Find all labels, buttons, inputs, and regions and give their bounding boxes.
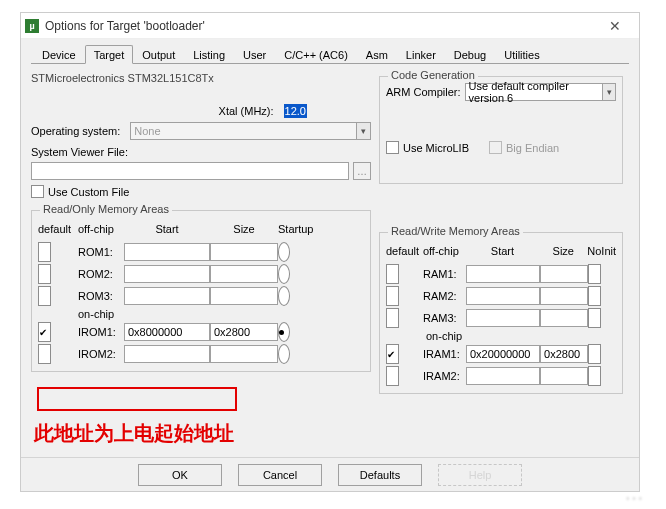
ram1-noinit-checkbox[interactable] <box>588 264 601 284</box>
ro-col-start: Start <box>124 219 210 239</box>
rw-onchip-label: on-chip <box>426 326 472 346</box>
tab-debug[interactable]: Debug <box>445 45 495 63</box>
codegen-legend: Code Generation <box>388 69 478 81</box>
ok-button[interactable]: OK <box>138 464 222 486</box>
defaults-button[interactable]: Defaults <box>338 464 422 486</box>
ram2-size[interactable] <box>540 287 588 305</box>
rom1-def-checkbox[interactable] <box>38 242 51 262</box>
tab-output[interactable]: Output <box>133 45 184 63</box>
iram1-size[interactable] <box>540 345 588 363</box>
ram2-def-checkbox[interactable] <box>386 286 399 306</box>
irom1-start[interactable] <box>124 323 210 341</box>
ro-row-irom2: IROM2: <box>38 343 364 365</box>
rom1-startup-radio[interactable] <box>278 242 290 262</box>
rom2-start[interactable] <box>124 265 210 283</box>
tab-target[interactable]: Target <box>85 45 134 64</box>
right-column: Code Generation ARM Compiler: Use defaul… <box>379 70 623 394</box>
ram3-noinit-checkbox[interactable] <box>588 308 601 328</box>
ram1-size[interactable] <box>540 265 588 283</box>
ro-header: default off-chip Start Size Startup <box>38 219 364 239</box>
codegen-group: Code Generation ARM Compiler: Use defaul… <box>379 76 623 184</box>
tab-listing[interactable]: Listing <box>184 45 234 63</box>
dialog-title: Options for Target 'bootloader' <box>45 19 597 33</box>
iram1-label: IRAM1: <box>423 344 466 364</box>
readonly-memory-group: Read/Only Memory Areas default off-chip … <box>31 210 371 372</box>
rom1-label: ROM1: <box>78 242 124 262</box>
tab-user[interactable]: User <box>234 45 275 63</box>
iram1-start[interactable] <box>466 345 540 363</box>
close-icon[interactable]: ✕ <box>597 13 633 38</box>
tab-asm[interactable]: Asm <box>357 45 397 63</box>
rw-col-offchip: off-chip <box>423 241 466 261</box>
rom2-size[interactable] <box>210 265 278 283</box>
chevron-down-icon: ▾ <box>602 84 615 100</box>
rw-col-noinit: NoInit <box>587 241 616 261</box>
iram1-def-checkbox[interactable]: ✔ <box>386 344 399 364</box>
annotation-text: 此地址为上电起始地址 <box>34 420 234 447</box>
irom1-startup-radio[interactable] <box>278 322 290 342</box>
iram2-noinit-checkbox[interactable] <box>588 366 601 386</box>
use-custom-label: Use Custom File <box>48 186 129 198</box>
left-column: STMicroelectronics STM32L151C8Tx Xtal (M… <box>31 70 371 394</box>
iram2-def-checkbox[interactable] <box>386 366 399 386</box>
titlebar: µ Options for Target 'bootloader' ✕ <box>21 13 639 39</box>
rom3-def-checkbox[interactable] <box>38 286 51 306</box>
rom1-size[interactable] <box>210 243 278 261</box>
rom2-def-checkbox[interactable] <box>38 264 51 284</box>
arm-compiler-combo[interactable]: Use default compiler version 6 ▾ <box>465 83 616 101</box>
os-value: None <box>134 125 160 137</box>
svf-input[interactable] <box>31 162 349 180</box>
ram2-label: RAM2: <box>423 286 466 306</box>
os-combo[interactable]: None ▾ <box>130 122 371 140</box>
ram3-def-checkbox[interactable] <box>386 308 399 328</box>
rw-col-start: Start <box>466 241 540 261</box>
iram2-label: IRAM2: <box>423 366 466 386</box>
rom3-startup-radio[interactable] <box>278 286 290 306</box>
readonly-legend: Read/Only Memory Areas <box>40 203 172 215</box>
ram2-start[interactable] <box>466 287 540 305</box>
rom3-start[interactable] <box>124 287 210 305</box>
use-custom-checkbox[interactable] <box>31 185 44 198</box>
rw-col-size: Size <box>539 241 587 261</box>
ram1-label: RAM1: <box>423 264 466 284</box>
microlib-checkbox[interactable] <box>386 141 399 154</box>
irom2-start[interactable] <box>124 345 210 363</box>
irom2-startup-radio[interactable] <box>278 344 290 364</box>
readwrite-memory-group: Read/Write Memory Areas default off-chip… <box>379 232 623 394</box>
xtal-input[interactable]: 12.0 <box>284 104 307 118</box>
tab-linker[interactable]: Linker <box>397 45 445 63</box>
irom1-size[interactable] <box>210 323 278 341</box>
tab-strip: Device Target Output Listing User C/C++ … <box>31 45 629 64</box>
tab-utilities[interactable]: Utilities <box>495 45 548 63</box>
ro-col-startup: Startup <box>278 219 318 239</box>
tab-device[interactable]: Device <box>33 45 85 63</box>
rw-row-iram1: ✔ IRAM1: <box>386 343 616 365</box>
iram2-size[interactable] <box>540 367 588 385</box>
ro-col-default: default <box>38 219 78 239</box>
svf-browse-button[interactable]: … <box>353 162 371 180</box>
microlib-label: Use MicroLIB <box>403 142 469 154</box>
ram3-size[interactable] <box>540 309 588 327</box>
help-button[interactable]: Help <box>438 464 522 486</box>
iram1-noinit-checkbox[interactable] <box>588 344 601 364</box>
irom2-size[interactable] <box>210 345 278 363</box>
button-bar: OK Cancel Defaults Help <box>21 457 639 491</box>
irom1-def-checkbox[interactable]: ✔ <box>38 322 51 342</box>
rom3-size[interactable] <box>210 287 278 305</box>
ro-col-size: Size <box>210 219 278 239</box>
irom2-def-checkbox[interactable] <box>38 344 51 364</box>
tab-cc[interactable]: C/C++ (AC6) <box>275 45 357 63</box>
ram1-def-checkbox[interactable] <box>386 264 399 284</box>
cancel-button[interactable]: Cancel <box>238 464 322 486</box>
tab-page-target: STMicroelectronics STM32L151C8Tx Xtal (M… <box>31 64 629 394</box>
chevron-down-icon: ▾ <box>356 123 370 139</box>
rw-header: default off-chip Start Size NoInit <box>386 241 616 261</box>
ram2-noinit-checkbox[interactable] <box>588 286 601 306</box>
ram3-start[interactable] <box>466 309 540 327</box>
iram2-start[interactable] <box>466 367 540 385</box>
bigendian-checkbox <box>489 141 502 154</box>
compiler-label: ARM Compiler: <box>386 86 461 98</box>
ram1-start[interactable] <box>466 265 540 283</box>
rom2-startup-radio[interactable] <box>278 264 290 284</box>
rom1-start[interactable] <box>124 243 210 261</box>
